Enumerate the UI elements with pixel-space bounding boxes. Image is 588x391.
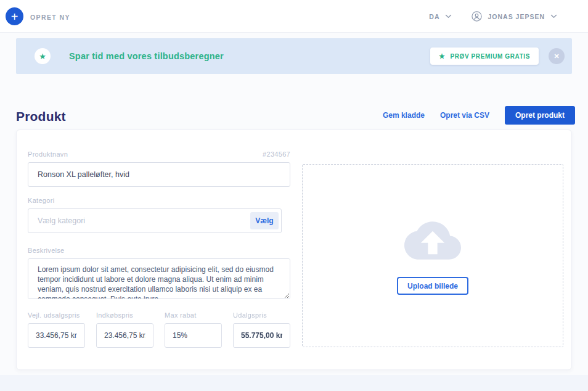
image-upload-dropzone[interactable]: Upload billede	[302, 164, 563, 347]
save-draft-link[interactable]: Gem kladde	[383, 111, 425, 120]
page-title: Produkt	[16, 109, 66, 124]
product-number: #234567	[263, 150, 290, 158]
create-product-button[interactable]: Opret produkt	[505, 106, 575, 125]
language-selector[interactable]: DA	[429, 13, 452, 20]
category-input[interactable]	[28, 208, 282, 233]
banner-close-button[interactable]: ✕	[549, 48, 565, 64]
close-icon: ✕	[553, 52, 559, 60]
description-label: Beskrivelse	[28, 247, 290, 254]
max-discount-label: Max rabat	[165, 311, 222, 319]
recommended-price-input[interactable]	[28, 323, 85, 348]
purchase-price-label: Indkøbspris	[96, 311, 153, 319]
category-label: Kategori	[28, 197, 290, 204]
topbar-right: DA JONAS JEPSEN	[429, 0, 557, 33]
chevron-down-icon	[550, 14, 557, 19]
form-column: Produktnavn #234567 Kategori Vælg Beskri…	[28, 130, 290, 348]
price-field-purchase: Indkøbspris	[96, 311, 153, 348]
product-form-card: Produktnavn #234567 Kategori Vælg Beskri…	[16, 130, 572, 370]
promo-banner: ★ Spar tid med vores tilbudsberegner ★ P…	[16, 38, 572, 74]
category-field: Vælg	[28, 208, 282, 233]
product-name-input[interactable]	[28, 162, 290, 187]
plus-icon: +	[11, 10, 18, 23]
purchase-price-input[interactable]	[96, 323, 153, 348]
title-actions: Gem kladde Opret via CSV Opret produkt	[383, 106, 575, 125]
category-select-button[interactable]: Vælg	[250, 212, 279, 229]
star-icon: ★	[35, 48, 51, 64]
description-textarea[interactable]: Lorem ipsum dolor sit amet, consectetur …	[28, 258, 290, 299]
create-new-button[interactable]: +	[6, 7, 23, 25]
recommended-price-label: Vejl. udsalgspris	[28, 311, 85, 319]
price-field-sale: Udalgspris	[233, 311, 290, 348]
chevron-down-icon	[445, 14, 452, 19]
price-field-max-discount: Max rabat	[165, 311, 222, 348]
cloud-upload-icon	[404, 221, 461, 260]
user-icon	[472, 11, 482, 22]
price-row: Vejl. udsalgspris Indkøbspris Max rabat …	[28, 311, 290, 348]
footer-strip	[0, 375, 588, 391]
topbar: + OPRET NY DA JONAS JEPSEN	[0, 0, 588, 33]
banner-message: Spar tid med vores tilbudsberegner	[69, 51, 224, 61]
try-premium-button[interactable]: ★ PRØV PREMIUM GRATIS	[430, 47, 539, 65]
sale-price-input[interactable]	[233, 323, 290, 348]
try-premium-label: PRØV PREMIUM GRATIS	[450, 53, 530, 60]
create-new-label[interactable]: OPRET NY	[30, 14, 70, 21]
user-name: JONAS JEPSEN	[488, 13, 545, 20]
star-icon: ★	[439, 53, 445, 60]
sale-price-label: Udalgspris	[233, 311, 290, 319]
create-via-csv-link[interactable]: Opret via CSV	[440, 111, 489, 120]
price-field-recommended: Vejl. udsalgspris	[28, 311, 85, 348]
product-name-label: Produktnavn	[28, 150, 68, 158]
language-label: DA	[429, 13, 439, 20]
max-discount-input[interactable]	[165, 323, 222, 348]
upload-image-button[interactable]: Upload billede	[397, 277, 468, 295]
user-menu[interactable]: JONAS JEPSEN	[472, 11, 557, 22]
